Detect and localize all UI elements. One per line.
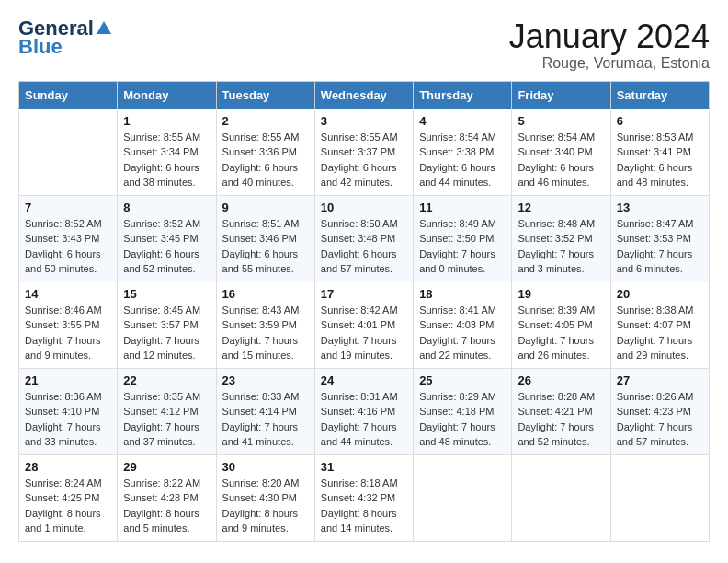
calendar-cell: 18Sunrise: 8:41 AMSunset: 4:03 PMDayligh… <box>414 282 512 368</box>
calendar-cell: 30Sunrise: 8:20 AMSunset: 4:30 PMDayligh… <box>216 454 314 541</box>
day-number: 6 <box>617 114 703 128</box>
title-block: January 2024 Rouge, Vorumaa, Estonia <box>509 18 710 72</box>
svg-marker-0 <box>97 21 111 34</box>
day-number: 27 <box>617 373 703 387</box>
day-number: 30 <box>222 460 309 474</box>
calendar-cell: 7Sunrise: 8:52 AMSunset: 3:43 PMDaylight… <box>19 195 118 282</box>
day-number: 14 <box>25 287 111 301</box>
day-number: 17 <box>321 287 407 301</box>
day-info: Sunrise: 8:18 AMSunset: 4:32 PMDaylight:… <box>321 476 407 536</box>
day-info: Sunrise: 8:35 AMSunset: 4:12 PMDaylight:… <box>123 389 210 450</box>
calendar-cell: 19Sunrise: 8:39 AMSunset: 4:05 PMDayligh… <box>512 282 610 368</box>
header-monday: Monday <box>118 81 216 109</box>
day-number: 13 <box>617 201 703 214</box>
day-number: 31 <box>321 460 407 474</box>
day-info: Sunrise: 8:54 AMSunset: 3:40 PMDaylight:… <box>518 130 604 190</box>
calendar-cell: 11Sunrise: 8:49 AMSunset: 3:50 PMDayligh… <box>414 195 512 282</box>
logo-icon <box>95 19 113 38</box>
calendar-cell: 17Sunrise: 8:42 AMSunset: 4:01 PMDayligh… <box>314 282 413 368</box>
calendar-cell: 22Sunrise: 8:35 AMSunset: 4:12 PMDayligh… <box>118 368 216 454</box>
day-number: 28 <box>25 460 111 474</box>
calendar-cell: 5Sunrise: 8:54 AMSunset: 3:40 PMDaylight… <box>512 109 610 195</box>
day-number: 4 <box>419 114 506 128</box>
header-thursday: Thursday <box>414 81 512 109</box>
day-info: Sunrise: 8:45 AMSunset: 3:57 PMDaylight:… <box>123 303 210 363</box>
day-info: Sunrise: 8:48 AMSunset: 3:52 PMDaylight:… <box>518 216 604 277</box>
day-number: 26 <box>518 373 604 387</box>
day-info: Sunrise: 8:52 AMSunset: 3:45 PMDaylight:… <box>123 216 210 277</box>
calendar-cell: 16Sunrise: 8:43 AMSunset: 3:59 PMDayligh… <box>216 282 314 368</box>
day-info: Sunrise: 8:38 AMSunset: 4:07 PMDaylight:… <box>617 303 703 363</box>
day-info: Sunrise: 8:33 AMSunset: 4:14 PMDaylight:… <box>222 389 309 450</box>
day-number: 2 <box>222 114 309 128</box>
day-number: 20 <box>617 287 703 301</box>
day-info: Sunrise: 8:22 AMSunset: 4:28 PMDaylight:… <box>123 476 210 536</box>
day-info: Sunrise: 8:24 AMSunset: 4:25 PMDaylight:… <box>25 476 111 536</box>
day-info: Sunrise: 8:41 AMSunset: 4:03 PMDaylight:… <box>419 303 506 363</box>
header-saturday: Saturday <box>610 81 709 109</box>
day-info: Sunrise: 8:46 AMSunset: 3:55 PMDaylight:… <box>25 303 111 363</box>
day-info: Sunrise: 8:28 AMSunset: 4:21 PMDaylight:… <box>518 389 604 450</box>
day-number: 23 <box>222 373 309 387</box>
day-info: Sunrise: 8:54 AMSunset: 3:38 PMDaylight:… <box>419 130 506 190</box>
calendar-cell: 2Sunrise: 8:55 AMSunset: 3:36 PMDaylight… <box>216 109 314 195</box>
day-number: 18 <box>419 287 506 301</box>
calendar-cell: 26Sunrise: 8:28 AMSunset: 4:21 PMDayligh… <box>512 368 610 454</box>
calendar-cell: 27Sunrise: 8:26 AMSunset: 4:23 PMDayligh… <box>610 368 709 454</box>
day-number: 22 <box>123 373 210 387</box>
day-number: 7 <box>25 201 111 214</box>
calendar-cell: 23Sunrise: 8:33 AMSunset: 4:14 PMDayligh… <box>216 368 314 454</box>
day-number: 24 <box>321 373 407 387</box>
calendar-cell: 28Sunrise: 8:24 AMSunset: 4:25 PMDayligh… <box>19 454 118 541</box>
day-number: 29 <box>123 460 210 474</box>
calendar-cell: 3Sunrise: 8:55 AMSunset: 3:37 PMDaylight… <box>314 109 413 195</box>
calendar-cell: 25Sunrise: 8:29 AMSunset: 4:18 PMDayligh… <box>414 368 512 454</box>
day-number: 8 <box>123 201 210 214</box>
calendar-cell <box>512 454 610 541</box>
calendar-cell <box>19 109 118 195</box>
calendar-cell: 21Sunrise: 8:36 AMSunset: 4:10 PMDayligh… <box>19 368 118 454</box>
calendar-cell: 14Sunrise: 8:46 AMSunset: 3:55 PMDayligh… <box>19 282 118 368</box>
month-title: January 2024 <box>509 18 710 55</box>
week-row-4: 21Sunrise: 8:36 AMSunset: 4:10 PMDayligh… <box>19 368 710 454</box>
day-info: Sunrise: 8:42 AMSunset: 4:01 PMDaylight:… <box>321 303 407 363</box>
logo: General Blue <box>18 18 114 59</box>
day-number: 19 <box>518 287 604 301</box>
day-number: 15 <box>123 287 210 301</box>
calendar-cell: 24Sunrise: 8:31 AMSunset: 4:16 PMDayligh… <box>314 368 413 454</box>
day-info: Sunrise: 8:36 AMSunset: 4:10 PMDaylight:… <box>25 389 111 450</box>
day-info: Sunrise: 8:31 AMSunset: 4:16 PMDaylight:… <box>321 389 407 450</box>
calendar-cell: 15Sunrise: 8:45 AMSunset: 3:57 PMDayligh… <box>118 282 216 368</box>
day-info: Sunrise: 8:26 AMSunset: 4:23 PMDaylight:… <box>617 389 703 450</box>
day-info: Sunrise: 8:47 AMSunset: 3:53 PMDaylight:… <box>617 216 703 277</box>
day-info: Sunrise: 8:43 AMSunset: 3:59 PMDaylight:… <box>222 303 309 363</box>
day-number: 5 <box>518 114 604 128</box>
day-number: 21 <box>25 373 111 387</box>
week-row-1: 1Sunrise: 8:55 AMSunset: 3:34 PMDaylight… <box>19 109 710 195</box>
calendar-cell: 6Sunrise: 8:53 AMSunset: 3:41 PMDaylight… <box>610 109 709 195</box>
day-info: Sunrise: 8:53 AMSunset: 3:41 PMDaylight:… <box>617 130 703 190</box>
day-number: 12 <box>518 201 604 214</box>
day-info: Sunrise: 8:50 AMSunset: 3:48 PMDaylight:… <box>321 216 407 277</box>
calendar-cell: 4Sunrise: 8:54 AMSunset: 3:38 PMDaylight… <box>414 109 512 195</box>
day-info: Sunrise: 8:55 AMSunset: 3:37 PMDaylight:… <box>321 130 407 190</box>
header-sunday: Sunday <box>19 81 118 109</box>
calendar-cell: 10Sunrise: 8:50 AMSunset: 3:48 PMDayligh… <box>314 195 413 282</box>
day-number: 9 <box>222 201 309 214</box>
calendar-cell: 13Sunrise: 8:47 AMSunset: 3:53 PMDayligh… <box>610 195 709 282</box>
calendar-cell: 29Sunrise: 8:22 AMSunset: 4:28 PMDayligh… <box>118 454 216 541</box>
calendar-cell <box>610 454 709 541</box>
day-number: 10 <box>321 201 407 214</box>
day-number: 3 <box>321 114 407 128</box>
day-number: 1 <box>123 114 210 128</box>
logo-blue: Blue <box>18 35 63 59</box>
subtitle: Rouge, Vorumaa, Estonia <box>509 55 710 72</box>
day-info: Sunrise: 8:20 AMSunset: 4:30 PMDaylight:… <box>222 476 309 536</box>
week-row-5: 28Sunrise: 8:24 AMSunset: 4:25 PMDayligh… <box>19 454 710 541</box>
day-info: Sunrise: 8:51 AMSunset: 3:46 PMDaylight:… <box>222 216 309 277</box>
calendar-cell: 20Sunrise: 8:38 AMSunset: 4:07 PMDayligh… <box>610 282 709 368</box>
calendar-cell: 9Sunrise: 8:51 AMSunset: 3:46 PMDaylight… <box>216 195 314 282</box>
page-header: General Blue January 2024 Rouge, Vorumaa… <box>18 18 710 72</box>
week-row-2: 7Sunrise: 8:52 AMSunset: 3:43 PMDaylight… <box>19 195 710 282</box>
calendar-cell: 1Sunrise: 8:55 AMSunset: 3:34 PMDaylight… <box>118 109 216 195</box>
